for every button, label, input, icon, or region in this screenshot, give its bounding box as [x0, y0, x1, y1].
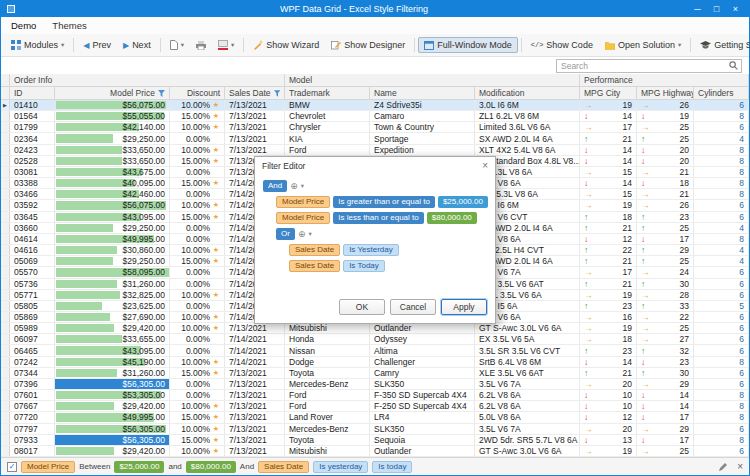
cell-mpg-city[interactable]: ↓12: [580, 234, 637, 244]
cell-mpg-city[interactable]: →19: [580, 323, 637, 333]
cell-discount[interactable]: 10.00%★: [170, 323, 225, 333]
column-header-mpg-city[interactable]: MPG City: [580, 87, 637, 99]
field-chip[interactable]: Sales Date: [289, 244, 340, 256]
table-row[interactable]: 07797$56,305.0010.00%★7/13/2021Mercedes-…: [1, 424, 749, 435]
cell-mpg-highway[interactable]: ↑30: [637, 279, 694, 289]
cell-model-price[interactable]: $56,075.00: [55, 200, 170, 210]
cell-model-price[interactable]: $56,305.00: [55, 379, 170, 389]
column-header-sales-date[interactable]: Sales Date: [225, 87, 285, 99]
table-row[interactable]: 02364$29,250.000.00% 7/13/2021KIASportag…: [1, 133, 749, 144]
cell-mpg-highway[interactable]: →28: [637, 290, 694, 300]
cell-name[interactable]: LR4: [370, 412, 475, 422]
print-button[interactable]: [190, 38, 212, 53]
cell-sales-date[interactable]: 7/13/2021: [225, 368, 285, 378]
cell-discount[interactable]: 10.00%★: [170, 122, 225, 132]
cell-id[interactable]: 05989: [10, 323, 55, 333]
cell-model-price[interactable]: $49,995.00: [55, 234, 170, 244]
cell-cylinders[interactable]: 4: [694, 223, 749, 233]
filter-chip[interactable]: Model Price: [21, 461, 75, 473]
cell-mpg-highway[interactable]: →21: [637, 167, 694, 177]
cell-mpg-city[interactable]: →17: [580, 267, 637, 277]
value-chip[interactable]: $25,000.00: [438, 196, 488, 208]
cell-discount[interactable]: 10.00%★: [170, 357, 225, 367]
cell-modification[interactable]: GT S-Awc 3.0L V6 6A: [475, 323, 580, 333]
table-row[interactable]: 07667$29,420.0010.00%★7/13/2021FordF-250…: [1, 401, 749, 412]
cell-mpg-highway[interactable]: ↓23: [637, 357, 694, 367]
cell-discount[interactable]: 0.00%: [170, 223, 225, 233]
filter-chip[interactable]: $25,000.00: [114, 461, 164, 473]
cell-mpg-highway[interactable]: →29: [637, 424, 694, 434]
cell-name[interactable]: Sequoia: [370, 435, 475, 445]
cell-model-price[interactable]: $33,655.00: [55, 334, 170, 344]
chevron-down-icon[interactable]: ▾: [308, 230, 311, 238]
cell-mpg-highway[interactable]: →25: [637, 323, 694, 333]
column-header-id[interactable]: ID: [10, 87, 55, 99]
cell-mpg-city[interactable]: ↓14: [580, 111, 637, 121]
cell-model-price[interactable]: $27,690.00: [55, 312, 170, 322]
cell-id[interactable]: 05069: [10, 256, 55, 266]
cell-discount[interactable]: 15.00%★: [170, 156, 225, 166]
minimize-icon[interactable]: ─: [688, 1, 707, 17]
cell-mpg-city[interactable]: ↑23: [580, 301, 637, 311]
cell-model-price[interactable]: $56,305.00: [55, 435, 170, 445]
cell-mpg-highway[interactable]: →22: [637, 312, 694, 322]
cell-discount[interactable]: 15.00%★: [170, 412, 225, 422]
clear-filter-icon[interactable]: ×: [737, 461, 743, 472]
cell-model-price[interactable]: $29,250.00: [55, 223, 170, 233]
cell-cylinders[interactable]: 6: [694, 379, 749, 389]
cell-mpg-highway[interactable]: ↓20: [637, 156, 694, 166]
cell-mpg-highway[interactable]: →21: [637, 189, 694, 199]
cell-mpg-city[interactable]: ↑21: [580, 133, 637, 143]
cell-mpg-highway[interactable]: ↓17: [637, 412, 694, 422]
cell-model-price[interactable]: $53,305.00: [55, 390, 170, 400]
cell-id[interactable]: 04616: [10, 245, 55, 255]
cell-model-price[interactable]: $31,260.00: [55, 368, 170, 378]
cell-mpg-city[interactable]: ↑21: [580, 279, 637, 289]
cell-id[interactable]: 01410: [10, 100, 55, 110]
cell-id[interactable]: 06097: [10, 334, 55, 344]
cell-sales-date[interactable]: 7/13/2021: [225, 145, 285, 155]
cell-mpg-city[interactable]: →19: [580, 200, 637, 210]
close-icon[interactable]: ×: [726, 1, 745, 17]
cell-cylinders[interactable]: 4: [694, 133, 749, 143]
cell-modification[interactable]: XLE 3.5L V6 6AT: [475, 368, 580, 378]
filter-funnel-icon[interactable]: [158, 90, 165, 97]
cell-id[interactable]: 07242: [10, 357, 55, 367]
cell-mpg-highway[interactable]: ↑33: [637, 301, 694, 311]
table-row[interactable]: 07933$56,305.0015.00%★7/13/2021ToyotaSeq…: [1, 435, 749, 446]
cell-discount[interactable]: 15.00%★: [170, 111, 225, 121]
cell-mpg-city[interactable]: ↓14: [580, 178, 637, 188]
cell-discount[interactable]: 0.00%: [170, 379, 225, 389]
cell-sales-date[interactable]: 7/13/2021: [225, 412, 285, 422]
show-designer-button[interactable]: Show Designer: [325, 37, 411, 53]
cell-model-price[interactable]: $33,650.00: [55, 156, 170, 166]
field-chip[interactable]: Sales Date: [289, 260, 340, 272]
table-row[interactable]: ▶01410$56,075.0010.00%★7/13/2021BMWZ4 Sd…: [1, 100, 749, 111]
prev-button[interactable]: ◀ Prev: [77, 37, 117, 53]
full-window-mode-button[interactable]: Full-Window Mode: [418, 37, 518, 53]
cell-id[interactable]: 02364: [10, 133, 55, 143]
appearance-button[interactable]: ▾: [212, 37, 240, 53]
cell-model-price[interactable]: $56,075.00: [55, 100, 170, 110]
cell-sales-date[interactable]: 7/13/2021: [225, 323, 285, 333]
cell-name[interactable]: Z4 Sdrive35i: [370, 100, 475, 110]
dialog-titlebar[interactable]: Filter Editor ×: [255, 157, 495, 175]
cell-mpg-city[interactable]: →20: [580, 424, 637, 434]
cell-id[interactable]: 03592: [10, 200, 55, 210]
cell-discount[interactable]: 10.00%★: [170, 312, 225, 322]
cell-name[interactable]: Altima: [370, 345, 475, 355]
cell-modification[interactable]: Limited 3.6L V6 6A: [475, 122, 580, 132]
cell-model-price[interactable]: $55,055.00: [55, 111, 170, 121]
cell-trademark[interactable]: Ford: [285, 401, 370, 411]
cell-cylinders[interactable]: 8: [694, 111, 749, 121]
cell-modification[interactable]: 3.5L SR 3.5L V6 CVT: [475, 345, 580, 355]
cell-discount[interactable]: 10.00%★: [170, 401, 225, 411]
cell-cylinders[interactable]: 8: [694, 189, 749, 199]
maximize-icon[interactable]: □: [707, 1, 726, 17]
cell-trademark[interactable]: Dodge: [285, 357, 370, 367]
cell-id[interactable]: 05736: [10, 279, 55, 289]
cell-id[interactable]: 03660: [10, 223, 55, 233]
cell-model-price[interactable]: $42,460.00: [55, 189, 170, 199]
cell-cylinders[interactable]: 6: [694, 290, 749, 300]
cell-mpg-highway[interactable]: ↑25: [637, 223, 694, 233]
